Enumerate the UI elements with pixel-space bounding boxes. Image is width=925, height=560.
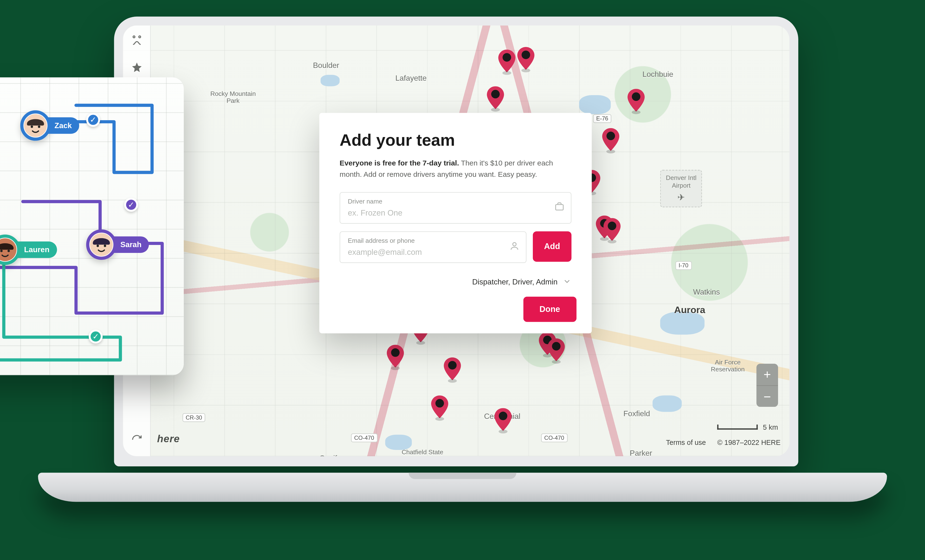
done-button[interactable]: Done (523, 296, 577, 322)
map-park-label: Chatfield State Park (402, 449, 443, 456)
route-badge: CO-470 (541, 433, 567, 442)
map-pin[interactable] (494, 408, 512, 431)
waypoint-icon: ✓ (86, 113, 100, 127)
map-pin[interactable] (627, 89, 645, 111)
water-body (579, 95, 611, 114)
route-badge: E-76 (593, 114, 612, 123)
map-attribution: Terms of use © 1987–2022 HERE (666, 438, 781, 446)
route-badge: I-70 (675, 261, 691, 270)
driver-name-tag: Sarah (114, 236, 149, 253)
svg-rect-2 (556, 204, 563, 210)
avatar (20, 110, 51, 141)
map-park-label: Rocky Mountain Park (210, 90, 256, 104)
route-badge: CO-470 (351, 433, 377, 442)
water-body (385, 435, 412, 450)
copyright-text: © 1987–2022 HERE (717, 438, 781, 446)
driver-name-field[interactable]: Driver name (340, 192, 572, 224)
person-icon (509, 240, 519, 253)
laptop-base (38, 473, 887, 502)
driver-email-field[interactable]: Email address or phone (340, 231, 526, 263)
map-city-label: Lochbuie (642, 69, 673, 78)
water-body (660, 312, 705, 334)
map-park-label: Air Force Reservation (711, 359, 744, 373)
zoom-out-button[interactable]: − (756, 385, 778, 406)
map-city-label: Lafayette (395, 74, 426, 82)
briefcase-icon (554, 201, 564, 214)
map-pin[interactable] (498, 50, 516, 72)
airport-label: Denver Intl Airport ✈︎ (660, 170, 702, 207)
map-city-label: Parker (630, 449, 652, 456)
map-city-label: Watkins (693, 288, 720, 297)
modal-subtitle: Everyone is free for the 7-day trial. Th… (340, 158, 572, 181)
driver-name-label: Driver name (348, 197, 547, 205)
map-city-label: Boulder (313, 61, 339, 69)
avatar (86, 229, 117, 260)
map-pin[interactable] (443, 357, 461, 380)
waypoint-icon: ✓ (89, 330, 102, 343)
avatar (0, 234, 20, 265)
svg-point-3 (512, 242, 516, 245)
terms-link[interactable]: Terms of use (666, 438, 706, 446)
route-badge: CR-30 (182, 413, 205, 422)
map-pin[interactable] (431, 395, 449, 418)
zoom-control: + − (756, 364, 778, 407)
provider-logo: here (157, 433, 180, 445)
map-city-label: Foxfield (624, 409, 650, 418)
map-pin[interactable] (517, 47, 535, 70)
map-pin[interactable] (487, 86, 505, 109)
refresh-icon[interactable] (128, 431, 146, 449)
driver-email-input[interactable] (348, 247, 502, 256)
routes-icon[interactable] (128, 32, 146, 50)
routes-illustration-card: ✓ ✓ ✓ ✓ ZackSarahLauren (0, 77, 184, 375)
water-body (652, 395, 682, 412)
driver-chip[interactable]: Sarah (86, 229, 149, 260)
star-icon[interactable] (128, 58, 146, 76)
map-pin[interactable] (603, 218, 621, 241)
map-city-label: Aurora (674, 304, 705, 315)
add-button[interactable]: Add (533, 231, 571, 261)
app-screen: Denver Intl Airport ✈︎ (123, 25, 789, 456)
map-pin[interactable] (386, 345, 404, 367)
role-selector[interactable]: Dispatcher, Driver, Admin (340, 277, 572, 288)
modal-title: Add your team (340, 131, 572, 150)
driver-chip[interactable]: Zack (20, 110, 80, 141)
driver-name-tag: Zack (48, 117, 80, 134)
waypoint-icon: ✓ (124, 198, 138, 212)
map-city-label: Conifer (319, 453, 344, 456)
chevron-down-icon (563, 277, 572, 288)
driver-name-tag: Lauren (18, 241, 57, 258)
driver-chip[interactable]: Lauren (0, 234, 57, 265)
svg-point-0 (133, 36, 135, 38)
scale-bar: 5 km (717, 423, 778, 431)
role-label: Dispatcher, Driver, Admin (472, 277, 557, 286)
add-team-modal: Add your team Everyone is free for the 7… (319, 113, 592, 333)
map-pin[interactable] (547, 338, 565, 361)
driver-email-label: Email address or phone (348, 237, 502, 244)
driver-name-input[interactable] (348, 208, 547, 217)
map-pin[interactable] (602, 128, 620, 151)
zoom-in-button[interactable]: + (756, 364, 778, 385)
water-body (321, 75, 340, 86)
